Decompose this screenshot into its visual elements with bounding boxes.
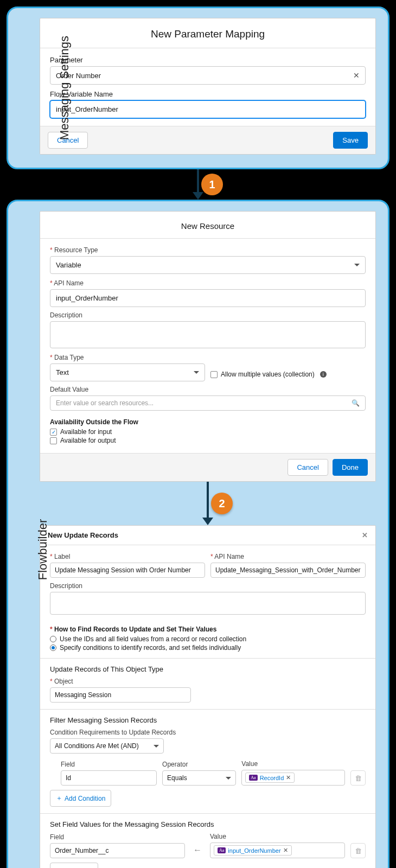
new-resource-card: New Resource Resource Type Variable API …	[40, 211, 376, 482]
label-input[interactable]: Update Messaging Session with Order Numb…	[50, 563, 205, 578]
available-output-label: Available for output	[60, 437, 116, 444]
api-name-input[interactable]: input_OrderNumber	[50, 289, 366, 307]
object-input[interactable]: Messaging Session	[50, 687, 191, 703]
add-field-button[interactable]: ＋ Add Field	[50, 863, 98, 868]
description-textarea[interactable]	[50, 321, 366, 348]
set-values-heading: Set Field Values for the Messaging Sessi…	[50, 820, 366, 828]
new-update-records-card: New Update Records ✕ Label Update Messag…	[40, 525, 376, 868]
condition-field-input[interactable]: Id	[61, 770, 157, 786]
arrow-left-icon: ←	[190, 842, 205, 858]
allow-multi-checkbox[interactable]	[210, 371, 218, 378]
close-icon[interactable]: ✕	[362, 531, 368, 539]
available-input-label: Available for input	[60, 428, 112, 436]
cond-req-select[interactable]: All Conditions Are Met (AND)	[50, 738, 164, 754]
remove-pill-icon[interactable]: ✕	[283, 847, 288, 854]
sv-value-label: Value	[210, 833, 345, 840]
sv-value-pill[interactable]: Aa input_OrderNumber ✕	[214, 845, 292, 856]
api-name-label: API Name	[50, 279, 366, 287]
sv-value-input[interactable]: Aa input_OrderNumber ✕	[210, 843, 345, 858]
field-label: Field	[61, 761, 157, 768]
operator-label: Operator	[162, 761, 236, 768]
filter-heading: Filter Messaging Session Records	[50, 716, 366, 724]
step-badge-2: 2	[211, 493, 233, 514]
update-records-title: New Update Records	[48, 531, 118, 539]
sv-field-input[interactable]: Order_Number__c	[50, 843, 185, 858]
delete-field-button[interactable]: 🗑	[350, 843, 366, 858]
default-value-label: Default Value	[50, 386, 366, 393]
resource-type-select[interactable]: Variable	[50, 256, 366, 274]
new-resource-title: New Resource	[40, 212, 375, 239]
card-title: New Parameter Mapping	[40, 18, 375, 48]
resource-type-label: Resource Type	[50, 246, 366, 254]
search-icon: 🔍	[352, 399, 360, 407]
available-input-checkbox[interactable]: ✓	[50, 429, 57, 436]
update-obj-heading: Update Records of This Object Type	[50, 665, 366, 673]
info-icon[interactable]: i	[320, 371, 327, 378]
connector-arrow: 2	[40, 482, 376, 525]
text-type-icon: Aa	[249, 775, 257, 781]
cond-req-label: Condition Requirements to Update Records	[50, 729, 366, 736]
radio-use-ids-label: Use the IDs and all field values from a …	[60, 635, 246, 643]
step-badge-1: 1	[201, 174, 223, 195]
desc-textarea[interactable]	[50, 592, 366, 615]
delete-condition-button[interactable]: 🗑	[350, 770, 366, 786]
add-condition-button[interactable]: ＋ Add Condition	[50, 790, 111, 807]
operator-select[interactable]: Equals	[162, 770, 236, 786]
flowvar-label: Flow Variable Name	[50, 90, 366, 98]
description-label: Description	[50, 311, 366, 319]
api-name-label: API Name	[210, 553, 366, 560]
save-button[interactable]: Save	[333, 132, 368, 149]
parameter-input[interactable]: Order Number ✕	[50, 66, 366, 85]
condition-value-input[interactable]: Aa RecordId ✕	[241, 770, 345, 786]
flowvar-input[interactable]: input_OrderNumber	[50, 100, 366, 118]
radio-use-ids[interactable]	[50, 636, 56, 642]
default-value-input[interactable]: Enter value or search resources... 🔍	[50, 395, 366, 411]
sv-field-label: Field	[50, 833, 185, 841]
new-parameter-mapping-card: New Parameter Mapping Parameter Order Nu…	[40, 18, 376, 155]
done-button[interactable]: Done	[333, 459, 368, 476]
text-type-icon: Aa	[218, 847, 226, 853]
available-output-checkbox[interactable]	[50, 437, 57, 444]
value-pill[interactable]: Aa RecordId ✕	[245, 773, 295, 783]
radio-specify-label: Specify conditions to identify records, …	[60, 644, 241, 652]
radio-specify-conditions[interactable]	[50, 644, 56, 651]
clear-icon[interactable]: ✕	[353, 71, 360, 80]
allow-multi-label: Allow multiple values (collection)	[221, 371, 315, 378]
connector-arrow: 1	[7, 169, 389, 200]
value-label: Value	[241, 760, 345, 768]
data-type-label: Data Type	[50, 354, 205, 361]
data-type-select[interactable]: Text	[50, 363, 205, 381]
label-label: Label	[50, 553, 205, 560]
remove-pill-icon[interactable]: ✕	[286, 774, 291, 781]
availability-heading: Availability Outside the Flow	[50, 418, 366, 426]
cancel-button[interactable]: Cancel	[288, 459, 328, 476]
howto-heading: How to Find Records to Update and Set Th…	[50, 626, 366, 633]
plus-icon: ＋	[56, 794, 62, 803]
panel-label-messaging: Messaging Settings	[58, 36, 72, 140]
object-label: Object	[50, 678, 366, 685]
api-name-input[interactable]: Update_Messaging_Session_with_Order_Numb…	[210, 563, 366, 578]
flowbuilder-panel: Flowbuilder New Resource Resource Type V…	[7, 200, 389, 868]
messaging-settings-panel: Messaging Settings New Parameter Mapping…	[7, 7, 389, 169]
parameter-label: Parameter	[50, 56, 366, 64]
desc-label: Description	[50, 582, 366, 590]
panel-label-flowbuilder: Flowbuilder	[36, 519, 50, 580]
